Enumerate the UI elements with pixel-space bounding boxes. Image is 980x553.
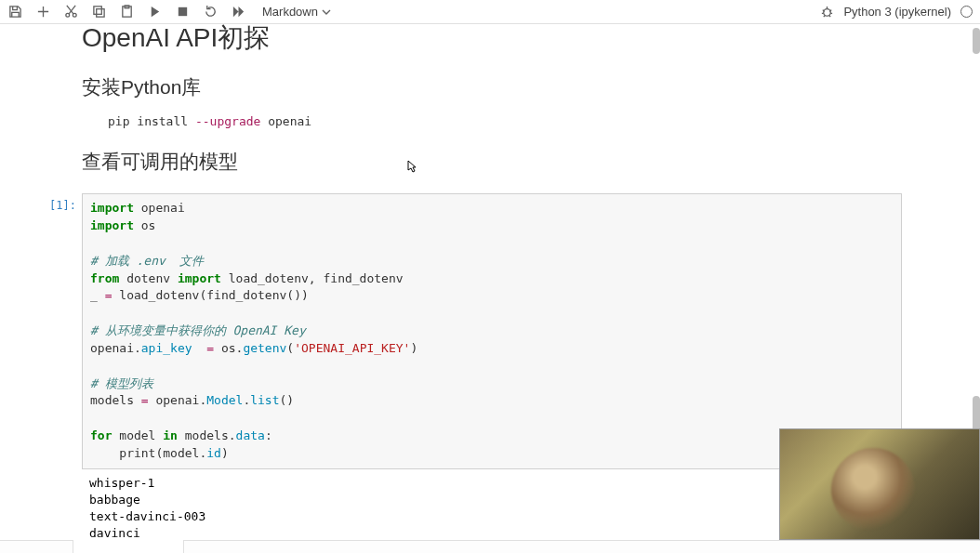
pip-pkg: openai	[260, 114, 311, 128]
svg-rect-2	[93, 7, 100, 14]
chevron-down-icon	[322, 7, 331, 17]
cell-type-label: Markdown	[262, 5, 318, 19]
toolbar-right: Python 3 (ipykernel)	[819, 5, 973, 20]
run-icon[interactable]	[147, 5, 162, 20]
pip-flag: --upgrade	[195, 114, 260, 128]
svg-rect-3	[96, 9, 103, 17]
pip-install-snippet: pip install --upgrade openai	[108, 113, 902, 130]
paste-icon[interactable]	[119, 5, 134, 20]
kernel-name[interactable]: Python 3 (ipykernel)	[843, 5, 951, 19]
heading-install: 安装Python库	[82, 74, 902, 100]
svg-point-1	[73, 13, 76, 17]
save-icon[interactable]	[7, 5, 22, 20]
svg-point-7	[824, 9, 831, 17]
add-icon[interactable]	[35, 5, 50, 20]
svg-point-0	[65, 13, 69, 17]
restart-icon[interactable]	[203, 5, 218, 20]
scrollbar-thumb-top[interactable]	[973, 28, 980, 54]
cell-prompt: [1]:	[45, 199, 76, 212]
toolbar: Markdown Python 3 (ipykernel)	[0, 0, 980, 24]
output-line: davinci	[89, 526, 140, 540]
bug-icon[interactable]	[819, 5, 834, 20]
fastforward-icon[interactable]	[231, 5, 245, 20]
output-line: babbage	[89, 493, 140, 507]
heading-models: 查看可调用的模型	[82, 149, 902, 175]
pip-cmd-prefix: pip install	[108, 114, 195, 128]
cell-type-selector[interactable]: Markdown	[258, 5, 335, 19]
toolbar-left: Markdown	[7, 5, 335, 20]
stop-icon[interactable]	[175, 5, 190, 20]
webcam-overlay	[779, 428, 980, 540]
bottom-strip	[0, 540, 980, 553]
svg-rect-6	[178, 7, 186, 16]
kernel-status-indicator[interactable]	[960, 6, 973, 18]
copy-icon[interactable]	[91, 5, 106, 20]
output-line: whisper-1	[89, 476, 154, 490]
cut-icon[interactable]	[63, 5, 78, 20]
doc-title: OpenAI API初探	[82, 24, 902, 56]
bottom-tab[interactable]	[73, 540, 184, 553]
output-line: text-davinci-003	[89, 509, 205, 523]
